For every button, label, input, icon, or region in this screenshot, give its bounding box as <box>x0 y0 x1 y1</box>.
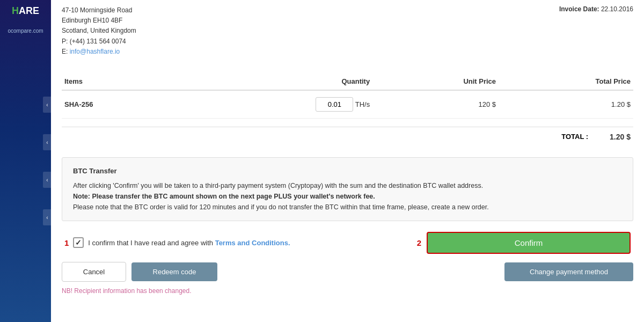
row-total: 1.20 $ <box>499 90 633 119</box>
email-link[interactable]: info@hashflare.io <box>70 48 120 55</box>
col-quantity: Quantity <box>175 73 372 90</box>
sidebar: HARE ocompare.com ‹ ‹ ‹ ‹ <box>0 0 51 322</box>
bottom-buttons: Cancel Redeem code Change payment method <box>62 262 633 282</box>
invoice-table: Items Quantity Unit Price Total Price SH… <box>62 73 633 119</box>
sidebar-tagline: ocompare.com <box>8 28 43 34</box>
address-phone: P: (+44) 131 564 0074 <box>62 36 136 47</box>
address-line2: Edinburgh EH10 4BF <box>62 16 136 26</box>
agree-left: 1 I confirm that I have read and agree w… <box>64 237 290 248</box>
agreement-row: 1 I confirm that I have read and agree w… <box>62 232 633 254</box>
address-line3: Scotland, United Kingdom <box>62 26 136 36</box>
btc-title: BTC Transfer <box>73 166 622 177</box>
agree-text: I confirm that I have read and agree wit… <box>88 239 290 247</box>
agree-text-before: I confirm that I have read and agree wit… <box>88 239 215 247</box>
invoice-date: Invoice Date: 22.10.2016 <box>559 5 633 13</box>
cancel-button[interactable]: Cancel <box>62 262 126 282</box>
logo-accent: H <box>12 5 19 16</box>
confirm-button[interactable]: Confirm <box>427 232 631 254</box>
btc-note-bold: Note: Please transfer the BTC amount sho… <box>73 193 375 200</box>
sidebar-arrows: ‹ ‹ ‹ ‹ <box>43 97 52 225</box>
total-value: 1.20 $ <box>610 133 631 141</box>
sidebar-logo: HARE <box>12 5 39 17</box>
terms-link[interactable]: Terms and Conditions. <box>215 239 290 247</box>
step-1-label: 1 <box>64 238 69 247</box>
header-section: 47-10 Morningside Road Edinburgh EH10 4B… <box>62 5 633 62</box>
btc-line3: Please note that the BTC order is valid … <box>73 202 622 213</box>
btc-line1: After clicking 'Confirm' you will be tak… <box>73 180 622 191</box>
col-total-price: Total Price <box>499 73 633 90</box>
qty-input[interactable] <box>316 97 353 112</box>
address-line1: 47-10 Morningside Road <box>62 5 136 16</box>
change-payment-button[interactable]: Change payment method <box>504 262 633 281</box>
agree-checkbox[interactable] <box>73 237 84 248</box>
sidebar-arrow-4[interactable]: ‹ <box>43 209 52 225</box>
row-unit-price: 120 $ <box>372 90 499 119</box>
address-email: E: info@hashflare.io <box>62 47 136 57</box>
col-unit-price: Unit Price <box>372 73 499 90</box>
row-unit: TH/s <box>355 100 370 108</box>
row-name: SHA-256 <box>62 90 175 119</box>
redeem-button[interactable]: Redeem code <box>131 262 217 281</box>
invoice-date-value: 22.10.2016 <box>601 5 633 13</box>
sidebar-arrow-2[interactable]: ‹ <box>43 134 52 150</box>
main-content: 47-10 Morningside Road Edinburgh EH10 4B… <box>51 0 644 322</box>
row-qty-cell: TH/s <box>175 90 372 119</box>
sidebar-arrow-1[interactable]: ‹ <box>43 97 52 113</box>
total-label: TOTAL : <box>561 133 588 141</box>
btc-transfer-box: BTC Transfer After clicking 'Confirm' yo… <box>62 157 633 221</box>
col-items: Items <box>62 73 175 90</box>
sidebar-arrow-3[interactable]: ‹ <box>43 172 52 188</box>
table-row: SHA-256 TH/s 120 $ 1.20 $ <box>62 90 633 119</box>
agree-right: 2 Confirm <box>417 232 631 254</box>
invoice-date-label: Invoice Date: <box>559 5 599 13</box>
nb-message: NB! Recipient information has been chang… <box>62 287 633 295</box>
btc-note: Note: Please transfer the BTC amount sho… <box>73 191 622 202</box>
step-2-label: 2 <box>417 238 421 247</box>
email-label: E: <box>62 48 68 55</box>
address-block: 47-10 Morningside Road Edinburgh EH10 4B… <box>62 5 136 57</box>
total-row: TOTAL : 1.20 $ <box>62 127 633 147</box>
